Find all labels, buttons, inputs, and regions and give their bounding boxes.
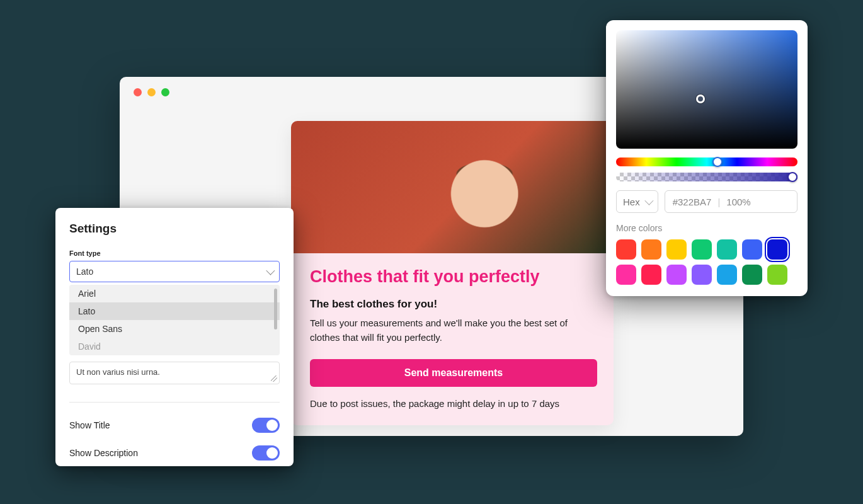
color-swatch[interactable] — [742, 239, 762, 260]
color-swatch[interactable] — [666, 265, 687, 285]
alpha-slider[interactable] — [616, 173, 797, 181]
show-description-label: Show Description — [69, 448, 138, 458]
traffic-close-icon[interactable] — [134, 88, 142, 96]
show-description-row: Show Description — [55, 439, 294, 467]
send-measurements-button[interactable]: Send measurements — [310, 359, 597, 387]
divider — [69, 402, 280, 403]
color-format-value: Hex — [623, 197, 640, 207]
traffic-minimize-icon[interactable] — [147, 88, 156, 96]
color-swatch[interactable] — [616, 239, 636, 260]
font-type-value: Lato — [76, 266, 93, 277]
toggle-knob — [266, 447, 278, 459]
color-hex-value: #322BA7 — [673, 197, 712, 207]
picker-value-row: Hex #322BA7 | 100% — [616, 190, 797, 213]
promo-title: Clothes that fit you perfectly — [310, 267, 595, 287]
text-sample-value: Ut non varius nisi urna. — [76, 367, 160, 377]
color-swatch[interactable] — [742, 265, 762, 285]
show-title-label: Show Title — [69, 420, 110, 430]
color-swatch[interactable] — [616, 265, 636, 285]
font-option[interactable]: Ariel — [69, 285, 280, 302]
color-swatch[interactable] — [767, 265, 787, 285]
hue-handle[interactable] — [712, 157, 723, 167]
font-type-select[interactable]: Lato — [69, 261, 280, 282]
font-type-dropdown: Ariel Lato Open Sans David — [69, 285, 280, 355]
traffic-maximize-icon[interactable] — [161, 88, 169, 96]
promo-content: Clothes that fit you perfectly The best … — [291, 253, 614, 425]
color-format-select[interactable]: Hex — [616, 190, 658, 213]
resize-grip-icon[interactable] — [271, 375, 277, 382]
value-separator: | — [717, 197, 720, 207]
color-swatch[interactable] — [641, 265, 661, 285]
hue-slider[interactable] — [616, 158, 797, 166]
color-swatch[interactable] — [717, 265, 737, 285]
color-swatch[interactable] — [666, 239, 687, 260]
font-option[interactable]: David — [69, 338, 280, 355]
show-title-toggle[interactable] — [252, 418, 280, 433]
promo-subtitle: The best clothes for you! — [310, 298, 595, 311]
swatch-grid — [616, 239, 797, 285]
show-title-row: Show Title — [55, 411, 294, 439]
settings-panel: Settings Font type Lato Ariel Lato Open … — [55, 208, 294, 466]
chevron-down-icon — [266, 266, 275, 275]
color-value-input[interactable]: #322BA7 | 100% — [665, 190, 797, 213]
color-swatch[interactable] — [692, 265, 712, 285]
color-swatch[interactable] — [641, 239, 661, 260]
text-sample-input[interactable]: Ut non varius nisi urna. — [69, 362, 280, 384]
promo-description: Tell us your measurements and we'll make… — [310, 316, 595, 345]
alpha-handle[interactable] — [787, 172, 797, 182]
chevron-down-icon — [644, 197, 653, 205]
saturation-field[interactable] — [616, 30, 797, 149]
color-swatch[interactable] — [767, 239, 787, 260]
color-picker-panel: Hex #322BA7 | 100% More colors — [606, 20, 808, 296]
promo-card: Clothes that fit you perfectly The best … — [291, 121, 614, 425]
more-colors-label: More colors — [616, 223, 797, 233]
promo-image — [291, 121, 614, 253]
dropdown-scrollbar[interactable] — [274, 289, 277, 329]
font-type-label: Font type — [69, 249, 280, 257]
promo-note: Due to post issues, the package might de… — [310, 398, 595, 409]
toggle-knob — [266, 420, 278, 431]
saturation-handle[interactable] — [696, 94, 705, 103]
color-opacity-value: 100% — [726, 197, 750, 207]
font-option[interactable]: Lato — [69, 302, 280, 320]
settings-title: Settings — [69, 222, 280, 236]
show-description-toggle[interactable] — [252, 445, 280, 461]
color-swatch[interactable] — [692, 239, 712, 260]
color-swatch[interactable] — [717, 239, 737, 260]
font-option[interactable]: Open Sans — [69, 320, 280, 338]
